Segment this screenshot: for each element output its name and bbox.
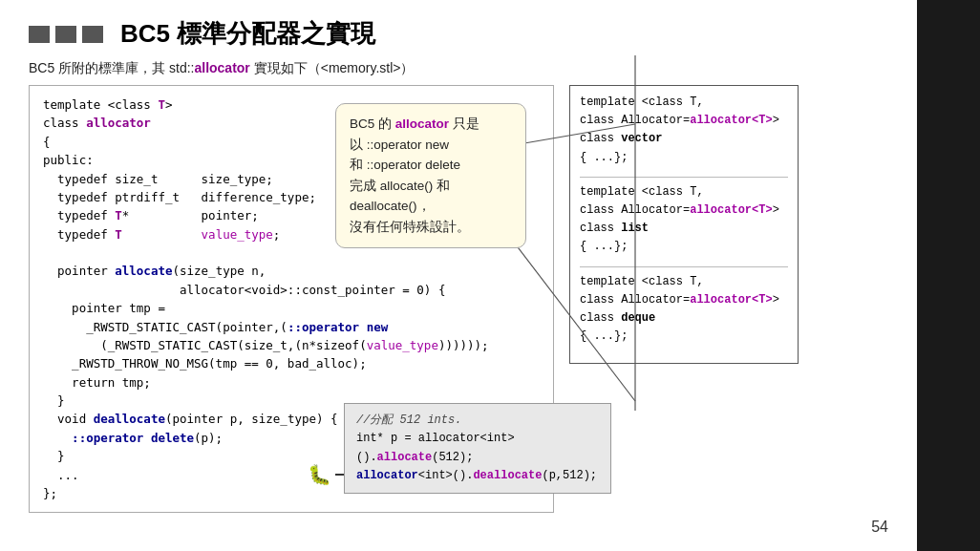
slide: BC5 標準分配器之實現 BC5 所附的標準庫，其 std::allocator…: [0, 0, 917, 551]
page-title: BC5 標準分配器之實現: [120, 17, 375, 51]
right-panel: [917, 0, 980, 551]
icon-block-1: [29, 26, 50, 43]
icon-block-2: [55, 26, 76, 43]
icon-block-3: [82, 26, 103, 43]
sample-line2: allocator<int>().deallocate(p,512);: [356, 469, 597, 482]
bug-icon: 🐛: [308, 463, 331, 486]
subtitle-allocator: allocator: [194, 60, 249, 75]
template-deque-section: template <class T, class Allocator=alloc…: [580, 273, 788, 347]
divider-2: [580, 266, 788, 267]
template-panel: template <class T, class Allocator=alloc…: [569, 85, 799, 364]
header: BC5 標準分配器之實現: [0, 0, 917, 60]
template-list-section: template <class T, class Allocator=alloc…: [580, 183, 788, 257]
header-icons: [29, 26, 103, 43]
divider-1: [580, 177, 788, 178]
sample-line1: int* p = allocator<int>().allocate(512);: [356, 432, 515, 463]
sample-comment: //分配 512 ints.: [356, 413, 461, 427]
bubble-allocator: allocator: [395, 117, 449, 131]
page-number: 54: [871, 519, 888, 536]
template-vector-section: template <class T, class Allocator=alloc…: [580, 94, 788, 167]
annotation-bubble: BC5 的 allocator 只是 以 ::operator new 和 ::…: [335, 103, 526, 248]
sample-box: //分配 512 ints. int* p = allocator<int>()…: [344, 403, 611, 494]
subtitle: BC5 所附的標準庫，其 std::allocator 實現如下（<memory…: [0, 60, 917, 85]
